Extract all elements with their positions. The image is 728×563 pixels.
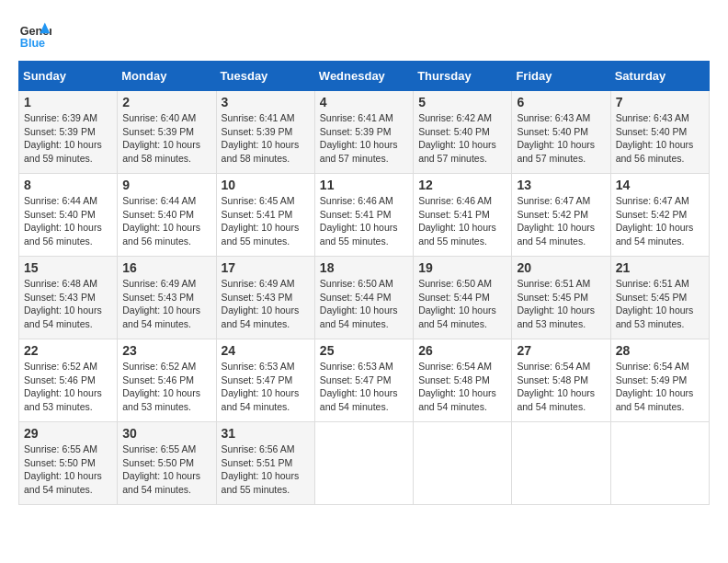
day-info-text: Daylight: 10 hours — [517, 221, 605, 235]
calendar-day-cell: 6Sunrise: 6:43 AMSunset: 5:40 PMDaylight… — [512, 91, 610, 174]
logo-icon: General Blue — [18, 18, 51, 52]
calendar-day-cell: 31Sunrise: 6:56 AMSunset: 5:51 PMDayligh… — [216, 422, 314, 505]
calendar-week-row: 8Sunrise: 6:44 AMSunset: 5:40 PMDaylight… — [19, 174, 710, 257]
day-info-text: and 59 minutes. — [24, 152, 112, 166]
day-info-text: Sunset: 5:39 PM — [24, 125, 112, 139]
day-info-text: Daylight: 10 hours — [320, 304, 408, 317]
calendar-day-cell: 3Sunrise: 6:41 AMSunset: 5:39 PMDaylight… — [216, 91, 314, 174]
day-info-text: Daylight: 10 hours — [24, 304, 112, 317]
day-number: 30 — [122, 426, 210, 441]
day-info-text: Sunset: 5:43 PM — [122, 291, 210, 304]
day-info-text: Daylight: 10 hours — [122, 386, 210, 400]
day-info-text: and 58 minutes. — [122, 152, 210, 166]
day-info-text: Sunset: 5:42 PM — [517, 208, 605, 222]
day-info-text: and 57 minutes. — [320, 152, 408, 166]
day-number: 4 — [320, 95, 408, 109]
day-info-text: Sunset: 5:47 PM — [320, 373, 408, 387]
day-info-text: and 54 minutes. — [222, 400, 310, 414]
day-info-text: Daylight: 10 hours — [222, 304, 310, 317]
day-info-text: Sunset: 5:50 PM — [24, 456, 112, 470]
day-info-text: Sunrise: 6:51 AM — [616, 277, 704, 291]
day-info-text: Daylight: 10 hours — [616, 138, 704, 152]
day-info-text: and 57 minutes. — [517, 152, 605, 166]
day-info-text: Daylight: 10 hours — [616, 304, 704, 317]
day-info-text: Sunrise: 6:46 AM — [320, 194, 408, 208]
day-info-text: Sunrise: 6:49 AM — [222, 277, 310, 291]
calendar-day-cell: 16Sunrise: 6:49 AMSunset: 5:43 PMDayligh… — [118, 257, 216, 339]
day-info-text: Sunset: 5:41 PM — [222, 208, 310, 222]
weekday-header-tuesday: Tuesday — [216, 62, 314, 91]
day-info-text: Sunrise: 6:46 AM — [418, 194, 506, 208]
day-info-text: Sunrise: 6:48 AM — [24, 277, 112, 291]
day-info-text: Sunset: 5:39 PM — [222, 125, 310, 139]
day-info-text: Sunrise: 6:49 AM — [122, 277, 210, 291]
day-info-text: Daylight: 10 hours — [517, 386, 605, 400]
day-info-text: and 54 minutes. — [418, 400, 506, 414]
day-info-text: Daylight: 10 hours — [222, 386, 310, 400]
calendar-day-cell: 19Sunrise: 6:50 AMSunset: 5:44 PMDayligh… — [414, 257, 512, 339]
day-info-text: Daylight: 10 hours — [517, 304, 605, 317]
day-info-text: and 58 minutes. — [222, 152, 310, 166]
day-info-text: and 54 minutes. — [418, 317, 506, 331]
day-number: 23 — [122, 343, 210, 358]
calendar-day-cell: 12Sunrise: 6:46 AMSunset: 5:41 PMDayligh… — [414, 174, 512, 257]
day-info-text: Daylight: 10 hours — [24, 138, 112, 152]
day-info-text: Sunset: 5:43 PM — [24, 291, 112, 304]
day-info-text: Sunset: 5:44 PM — [418, 291, 506, 304]
calendar-day-cell: 25Sunrise: 6:53 AMSunset: 5:47 PMDayligh… — [314, 339, 413, 422]
day-info-text: Sunrise: 6:43 AM — [517, 111, 605, 125]
day-info-text: Sunrise: 6:55 AM — [24, 442, 112, 456]
day-info-text: and 54 minutes. — [222, 317, 310, 331]
calendar-day-cell: 15Sunrise: 6:48 AMSunset: 5:43 PMDayligh… — [19, 257, 118, 339]
calendar-day-cell: 20Sunrise: 6:51 AMSunset: 5:45 PMDayligh… — [512, 257, 610, 339]
weekday-header-friday: Friday — [512, 62, 610, 91]
day-info-text: Sunrise: 6:54 AM — [616, 360, 704, 373]
day-info-text: and 54 minutes. — [122, 317, 210, 331]
day-number: 25 — [320, 343, 408, 358]
day-info-text: and 53 minutes. — [24, 400, 112, 414]
calendar-table: SundayMondayTuesdayWednesdayThursdayFrid… — [18, 61, 710, 505]
day-info-text: and 54 minutes. — [320, 400, 408, 414]
calendar-week-row: 15Sunrise: 6:48 AMSunset: 5:43 PMDayligh… — [19, 257, 710, 339]
day-info-text: Sunset: 5:42 PM — [616, 208, 704, 222]
calendar-day-cell: 7Sunrise: 6:43 AMSunset: 5:40 PMDaylight… — [610, 91, 709, 174]
day-number: 3 — [222, 95, 310, 109]
day-info-text: Sunrise: 6:40 AM — [122, 111, 210, 125]
day-info-text: Sunrise: 6:56 AM — [222, 442, 310, 456]
calendar-day-cell: 4Sunrise: 6:41 AMSunset: 5:39 PMDaylight… — [314, 91, 413, 174]
day-info-text: and 53 minutes. — [517, 317, 605, 331]
weekday-header-row: SundayMondayTuesdayWednesdayThursdayFrid… — [19, 62, 710, 91]
day-info-text: Daylight: 10 hours — [222, 469, 310, 483]
day-info-text: Sunset: 5:40 PM — [418, 125, 506, 139]
calendar-day-cell: 26Sunrise: 6:54 AMSunset: 5:48 PMDayligh… — [414, 339, 512, 422]
day-info-text: Sunset: 5:40 PM — [24, 208, 112, 222]
day-info-text: Sunrise: 6:44 AM — [122, 194, 210, 208]
logo: General Blue — [18, 18, 51, 52]
day-info-text: Daylight: 10 hours — [222, 138, 310, 152]
day-info-text: Sunset: 5:40 PM — [616, 125, 704, 139]
day-info-text: Sunset: 5:43 PM — [222, 291, 310, 304]
day-info-text: and 54 minutes. — [517, 400, 605, 414]
day-number: 6 — [517, 95, 605, 109]
day-info-text: and 56 minutes. — [616, 152, 704, 166]
day-info-text: Sunset: 5:48 PM — [418, 373, 506, 387]
day-info-text: Sunrise: 6:52 AM — [122, 360, 210, 373]
day-number: 11 — [320, 178, 408, 192]
page-header: General Blue — [18, 18, 710, 52]
day-info-text: Daylight: 10 hours — [418, 138, 506, 152]
day-info-text: Sunrise: 6:39 AM — [24, 111, 112, 125]
calendar-day-cell: 14Sunrise: 6:47 AMSunset: 5:42 PMDayligh… — [610, 174, 709, 257]
day-info-text: Daylight: 10 hours — [616, 221, 704, 235]
day-number: 27 — [517, 343, 605, 358]
day-info-text: and 54 minutes. — [320, 317, 408, 331]
day-info-text: and 56 minutes. — [122, 235, 210, 248]
day-info-text: Daylight: 10 hours — [122, 138, 210, 152]
day-info-text: Sunrise: 6:54 AM — [517, 360, 605, 373]
day-info-text: and 53 minutes. — [616, 317, 704, 331]
calendar-day-cell: 28Sunrise: 6:54 AMSunset: 5:49 PMDayligh… — [610, 339, 709, 422]
day-info-text: and 54 minutes. — [616, 400, 704, 414]
day-number: 15 — [24, 260, 112, 275]
calendar-week-row: 29Sunrise: 6:55 AMSunset: 5:50 PMDayligh… — [19, 422, 710, 505]
day-info-text: Sunrise: 6:51 AM — [517, 277, 605, 291]
calendar-day-cell: 11Sunrise: 6:46 AMSunset: 5:41 PMDayligh… — [314, 174, 413, 257]
